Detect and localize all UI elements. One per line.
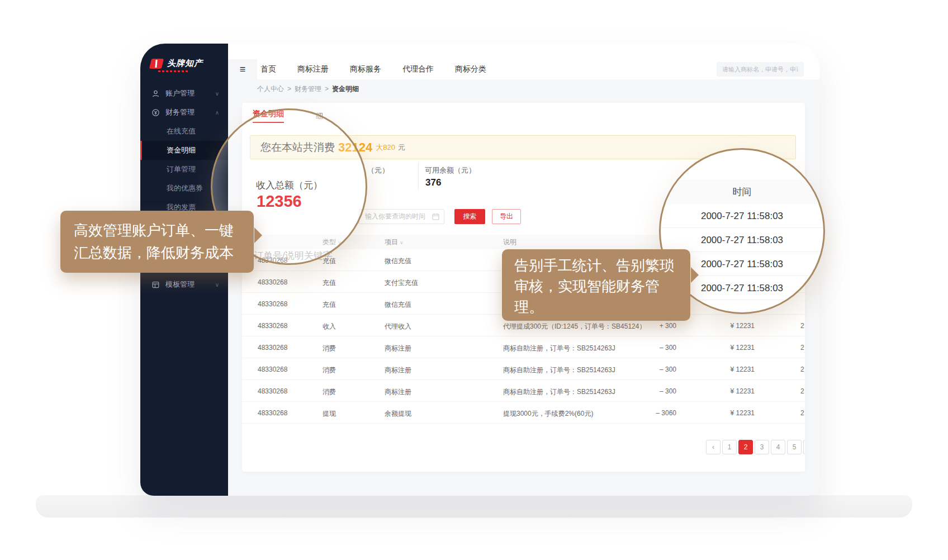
breadcrumb-item[interactable]: 财务管理 — [295, 84, 321, 94]
cell-type: 收入 — [323, 322, 336, 331]
magnified-time-cell: 2000-7-27 11:58:03 — [661, 228, 823, 252]
page-button-2[interactable]: 2 — [738, 440, 753, 454]
cell-type: 消费 — [323, 366, 336, 375]
page-button-5[interactable]: 5 — [787, 440, 802, 454]
time-filter-placeholder: 输入你要查询的时间 — [365, 212, 432, 221]
cell-type: 提现 — [323, 409, 336, 419]
page-button-stub[interactable] — [803, 440, 805, 454]
user-icon — [151, 89, 160, 98]
cell-desc: 商标自助注册，订单号：SB2514263J — [503, 366, 615, 375]
cell-time: 2 — [800, 344, 804, 352]
nav-item-商标服务[interactable]: 商标服务 — [350, 64, 381, 74]
breadcrumb-separator: > — [325, 85, 329, 93]
cell-item: 微信充值 — [385, 300, 411, 310]
search-input[interactable] — [717, 62, 804, 77]
search-button[interactable]: 搜索 — [454, 209, 485, 224]
template-icon — [151, 281, 160, 289]
column-header-item[interactable]: 项目∨ — [385, 235, 404, 250]
nav-item-首页[interactable]: 首页 — [260, 64, 276, 74]
cell-amt: – 3060 — [620, 409, 676, 417]
cell-bal: ¥ 12231 — [699, 409, 755, 417]
page-button-4[interactable]: 4 — [771, 440, 785, 454]
stat-balance-value: 376 — [425, 177, 441, 188]
cell-item: 商标注册 — [385, 387, 411, 397]
cell-type: 消费 — [323, 344, 336, 353]
pagination: ‹12345 — [706, 440, 805, 454]
finance-icon — [151, 108, 160, 117]
cell-amt: – 300 — [620, 387, 676, 395]
logo[interactable]: 头牌知产 — [150, 58, 203, 69]
topbar: ≡ 首页商标注册商标服务代理合作商标分类 — [228, 59, 819, 79]
cell-item: 商标注册 — [385, 366, 411, 375]
tooltip-right: 告别手工统计、告别繁琐 审核，实现智能财务管 理。 — [502, 249, 690, 321]
cell-order: 48330268 — [258, 387, 287, 395]
cell-type: 充值 — [323, 278, 336, 288]
cell-order: 48330268 — [258, 278, 287, 286]
sidebar-item-label: 模板管理 — [165, 279, 195, 290]
chevron-down-icon: ∨ — [215, 91, 219, 97]
cell-item: 余额提现 — [385, 409, 411, 419]
sidebar-subitem-在线充值[interactable]: 在线充值 — [140, 122, 228, 141]
sidebar-item-finance[interactable]: 财务管理 ∧ — [140, 103, 228, 122]
cell-bal: ¥ 12231 — [699, 366, 755, 373]
export-button[interactable]: 导出 — [492, 209, 521, 224]
cell-amt: – 300 — [620, 344, 676, 352]
nav-item-代理合作[interactable]: 代理合作 — [402, 64, 434, 74]
prev-page-button[interactable]: ‹ — [706, 440, 721, 454]
page-button-1[interactable]: 1 — [722, 440, 737, 454]
table-row[interactable]: 48330268消费商标注册商标自助注册，订单号：SB2514263J– 300… — [242, 380, 805, 402]
magnified-time-cell: 2000-7-27 11:58:03 — [661, 204, 823, 228]
calendar-icon — [432, 213, 439, 220]
time-filter-input[interactable]: 输入你要查询的时间 — [359, 209, 444, 224]
nav-item-商标分类[interactable]: 商标分类 — [455, 64, 486, 74]
chevron-up-icon: ∧ — [215, 110, 219, 116]
cell-order: 48330268 — [258, 409, 287, 417]
screenshot-canvas: 头牌知产 账户管理 ∨ 财务管理 ∧ 在线充值资金明细订单管理我的优惠券我的发票 — [0, 0, 948, 560]
breadcrumb: 个人中心>财务管理>资金明细 — [257, 79, 359, 98]
cell-time: 2 — [800, 409, 804, 417]
main-nav: 首页商标注册商标服务代理合作商标分类 — [260, 59, 486, 79]
sidebar-item-template[interactable]: 模板管理 ∨ — [140, 275, 228, 294]
sidebar-item-account[interactable]: 账户管理 ∨ — [140, 84, 228, 103]
cell-item: 支付宝充值 — [385, 278, 418, 288]
breadcrumb-item[interactable]: 资金明细 — [332, 84, 359, 94]
cell-desc: 提现3000元，手续费2%(60元) — [503, 409, 593, 419]
stat-divider — [418, 162, 419, 190]
cell-type: 消费 — [323, 387, 336, 397]
cell-amt: – 300 — [620, 366, 676, 373]
sort-caret-icon: ∨ — [400, 240, 404, 245]
cell-order: 48330268 — [258, 322, 287, 330]
table-row[interactable]: 48330268消费商标注册商标自助注册，订单号：SB2514263J– 300… — [242, 336, 805, 358]
cell-desc: 商标自助注册，订单号：SB2514263J — [503, 344, 615, 353]
column-header-desc: 说明 — [503, 235, 516, 249]
cell-type: 充值 — [323, 300, 336, 310]
magnified-time-header: 时间 — [661, 179, 823, 204]
stat-expense-label: （元） — [367, 165, 389, 175]
cell-order: 48330268 — [258, 300, 287, 308]
nav-item-商标注册[interactable]: 商标注册 — [297, 64, 329, 74]
cell-item: 商标注册 — [385, 344, 411, 353]
breadcrumb-item[interactable]: 个人中心 — [257, 84, 284, 94]
stat-balance-label: 可用余额（元） — [425, 165, 476, 175]
banner-amount-small: 大820 — [376, 143, 395, 153]
logo-icon — [149, 59, 164, 69]
sidebar-subitem-资金明细[interactable]: 资金明细 — [140, 141, 228, 160]
banner-unit: 元 — [398, 143, 405, 153]
table-row[interactable]: 48330268提现余额提现提现3000元，手续费2%(60元)– 3060¥ … — [242, 402, 805, 424]
hamburger-menu-icon[interactable]: ≡ — [228, 59, 257, 79]
chevron-down-icon: ∨ — [215, 282, 219, 288]
table-row[interactable]: 48330268消费商标注册商标自助注册，订单号：SB2514263J– 300… — [242, 358, 805, 380]
sidebar-item-label: 账户管理 — [165, 88, 195, 98]
cell-item: 微信充值 — [385, 257, 411, 266]
logo-tagline — [158, 70, 189, 72]
cell-bal: ¥ 12231 — [699, 322, 755, 330]
cell-bal: ¥ 12231 — [699, 387, 755, 395]
page-button-3[interactable]: 3 — [755, 440, 769, 454]
cell-type: 充值 — [323, 257, 336, 266]
laptop-base — [36, 495, 912, 518]
cell-time: 2 — [800, 366, 804, 373]
cell-item: 代理收入 — [385, 322, 411, 331]
cell-amt: + 300 — [620, 322, 676, 330]
logo-text: 头牌知产 — [167, 58, 203, 69]
cell-order: 48330268 — [258, 344, 287, 352]
